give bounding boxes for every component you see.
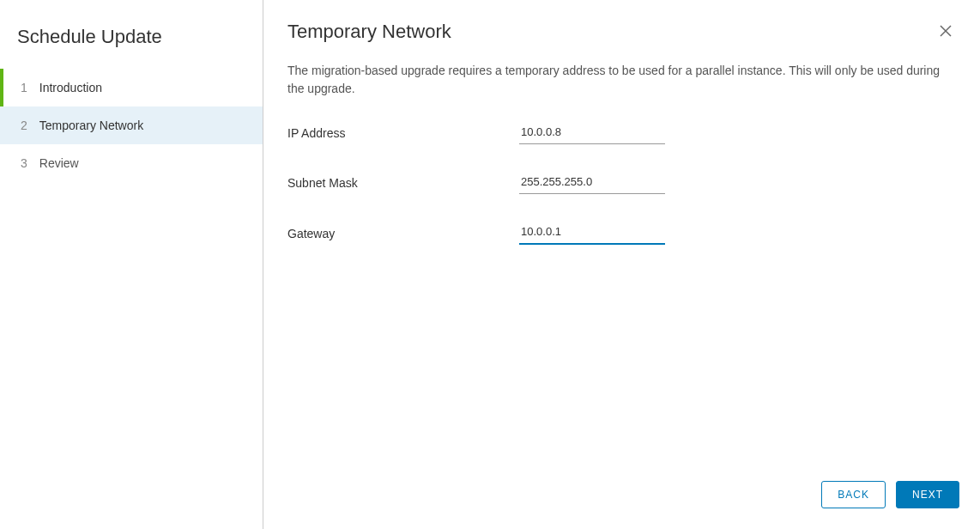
subnet-mask-input[interactable] bbox=[519, 172, 665, 194]
form-row-gateway: Gateway bbox=[287, 222, 956, 245]
form-row-subnet-mask: Subnet Mask bbox=[287, 172, 956, 194]
form-row-ip-address: IP Address bbox=[287, 122, 956, 144]
step-temporary-network[interactable]: 2 Temporary Network bbox=[0, 106, 263, 144]
gateway-input[interactable] bbox=[519, 222, 665, 245]
step-label: Review bbox=[39, 156, 79, 170]
step-review[interactable]: 3 Review bbox=[0, 144, 263, 182]
subnet-mask-label: Subnet Mask bbox=[287, 176, 519, 190]
main-header: Temporary Network bbox=[263, 0, 980, 45]
wizard-title: Schedule Update bbox=[0, 17, 263, 69]
close-icon bbox=[939, 26, 953, 40]
wizard-footer: Back Next bbox=[263, 467, 980, 529]
wizard-sidebar: Schedule Update 1 Introduction 2 Tempora… bbox=[0, 0, 263, 529]
page-description: The migration-based upgrade requires a t… bbox=[287, 62, 956, 98]
ip-address-label: IP Address bbox=[287, 126, 519, 140]
page-title: Temporary Network bbox=[287, 21, 451, 43]
step-number: 2 bbox=[21, 119, 27, 132]
main-panel: Temporary Network The migration-based up… bbox=[263, 0, 980, 529]
main-content: The migration-based upgrade requires a t… bbox=[263, 45, 980, 467]
step-label: Temporary Network bbox=[39, 119, 143, 132]
next-button[interactable]: Next bbox=[896, 481, 959, 508]
close-button[interactable] bbox=[935, 21, 956, 45]
gateway-label: Gateway bbox=[287, 227, 519, 240]
back-button[interactable]: Back bbox=[821, 481, 886, 508]
ip-address-input[interactable] bbox=[519, 122, 665, 144]
step-number: 1 bbox=[21, 81, 27, 94]
step-label: Introduction bbox=[39, 81, 102, 94]
step-introduction[interactable]: 1 Introduction bbox=[0, 69, 263, 106]
step-number: 3 bbox=[21, 156, 27, 170]
